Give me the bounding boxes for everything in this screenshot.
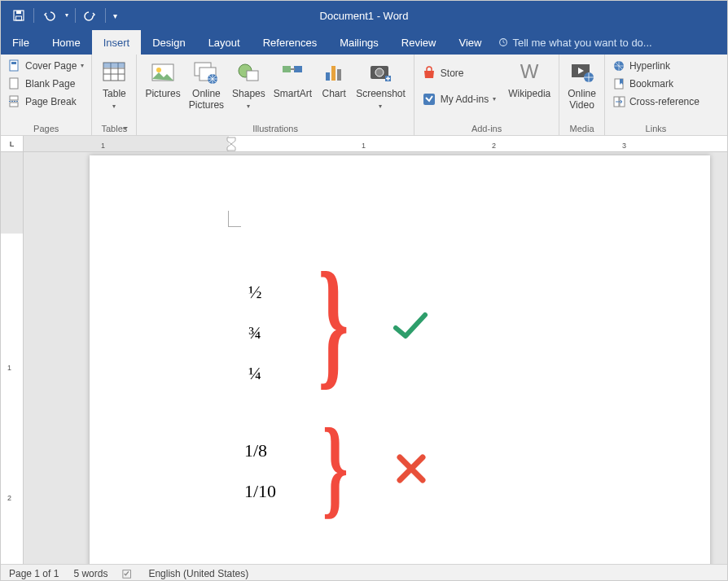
page-indicator[interactable]: Page 1 of 1 — [9, 568, 59, 579]
shapes-button[interactable]: Shapes▾ — [229, 58, 269, 111]
tab-view[interactable]: View — [447, 30, 493, 55]
svg-rect-4 — [10, 60, 18, 71]
undo-dropdown[interactable]: ▾ — [62, 4, 72, 27]
hyperlink-button[interactable]: Hyperlink — [610, 58, 702, 74]
svg-rect-1 — [16, 11, 21, 14]
svg-text:W: W — [520, 60, 539, 82]
ribbon-tabs: File Home Insert Design Layout Reference… — [1, 30, 727, 55]
group-label-links: Links — [610, 122, 702, 135]
group-links: Hyperlink Bookmark Cross-reference Links — [605, 55, 707, 135]
document-page[interactable]: ½ ¾ ¼ } 1/8 1/10 } — [90, 155, 710, 564]
svg-point-24 — [375, 68, 384, 76]
tab-layout[interactable]: Layout — [197, 30, 252, 55]
ribbon: Cover Page▾ Blank Page Page Break Pages … — [1, 55, 727, 136]
tab-design[interactable]: Design — [141, 30, 196, 55]
bookmark-button[interactable]: Bookmark — [610, 76, 702, 92]
online-pictures-button[interactable]: Online Pictures — [186, 58, 227, 111]
brace-icon: } — [322, 412, 349, 522]
tab-mailings[interactable]: Mailings — [328, 30, 390, 55]
screenshot-button[interactable]: Screenshot▾ — [353, 58, 409, 111]
group-illustrations: Pictures Online Pictures Shapes▾ SmartAr… — [137, 55, 414, 135]
store-button[interactable]: Store — [419, 64, 498, 82]
fraction-text[interactable]: ¼ — [248, 363, 262, 384]
fraction-text[interactable]: ½ — [248, 282, 262, 303]
word-count[interactable]: 5 words — [73, 568, 107, 579]
group-label-pages: Pages — [6, 122, 86, 135]
quick-access-toolbar: ▾ ▾ — [1, 4, 121, 27]
group-addins: Store My Add-ins ▾ WWikipedia Add-ins — [414, 55, 559, 135]
tab-references[interactable]: References — [252, 30, 328, 55]
group-label-media: Media — [564, 122, 599, 135]
chart-button[interactable]: Chart — [317, 58, 351, 100]
my-addins-button[interactable]: My Add-ins ▾ — [419, 90, 498, 108]
redo-button[interactable] — [79, 4, 102, 27]
status-bar: Page 1 of 1 5 words English (United Stat… — [1, 564, 727, 581]
svg-rect-8 — [10, 103, 18, 107]
group-label-tables: Tables — [97, 122, 131, 135]
group-label-addins: Add-ins — [419, 122, 554, 135]
svg-rect-10 — [103, 63, 125, 68]
tab-insert[interactable]: Insert — [92, 30, 142, 55]
fraction-text[interactable]: 1/8 — [244, 440, 267, 461]
group-tables: Table▾ Tables — [92, 55, 137, 135]
svg-rect-22 — [337, 69, 341, 81]
proofing-icon[interactable] — [122, 568, 134, 579]
tell-me-search[interactable]: Tell me what you want to do... — [493, 30, 651, 55]
pictures-button[interactable]: Pictures — [142, 58, 183, 100]
svg-rect-18 — [283, 66, 291, 72]
cover-page-button[interactable]: Cover Page▾ — [6, 58, 86, 74]
ruler-corner[interactable]: L — [1, 136, 24, 152]
window-title: Document1 - Word — [320, 10, 409, 22]
svg-rect-20 — [326, 72, 330, 81]
page-break-button[interactable]: Page Break — [6, 94, 86, 110]
blank-page-button[interactable]: Blank Page — [6, 76, 86, 92]
language-indicator[interactable]: English (United States) — [148, 568, 248, 579]
cross-reference-button[interactable]: Cross-reference — [610, 94, 702, 110]
tab-file[interactable]: File — [1, 30, 41, 55]
svg-rect-2 — [16, 16, 22, 20]
table-button[interactable]: Table▾ — [97, 58, 131, 111]
content-area: 1 2 ½ ¾ ¼ } 1/8 1/10 } — [1, 152, 727, 564]
svg-rect-19 — [294, 66, 302, 72]
fraction-text[interactable]: 1/10 — [244, 481, 276, 502]
group-label-illustrations: Illustrations — [142, 122, 408, 135]
svg-rect-5 — [11, 62, 16, 64]
online-video-button[interactable]: Online Video — [564, 58, 599, 111]
group-pages: Cover Page▾ Blank Page Page Break Pages — [1, 55, 92, 135]
svg-rect-21 — [331, 66, 335, 81]
qat-customize[interactable]: ▾ — [109, 4, 121, 27]
svg-rect-7 — [10, 96, 18, 100]
svg-rect-26 — [423, 94, 435, 105]
title-bar: ▾ ▾ Document1 - Word — [1, 1, 727, 30]
margin-indicator — [228, 211, 241, 227]
svg-rect-17 — [247, 71, 258, 81]
vertical-ruler[interactable]: 1 2 — [1, 152, 24, 564]
tab-review[interactable]: Review — [390, 30, 448, 55]
fraction-text[interactable]: ¾ — [248, 322, 262, 343]
undo-button[interactable] — [37, 4, 60, 27]
horizontal-ruler[interactable]: 1 1 2 3 — [24, 136, 727, 152]
brace-icon: } — [318, 251, 349, 394]
save-button[interactable] — [7, 4, 30, 27]
wikipedia-button[interactable]: WWikipedia — [505, 58, 554, 100]
document-scroll[interactable]: ½ ¾ ¼ } 1/8 1/10 } — [24, 152, 727, 564]
checkmark-icon — [391, 310, 430, 345]
cross-icon — [395, 452, 428, 487]
group-media: Online Video Media — [559, 55, 605, 135]
ruler-area: L 1 1 2 3 — [1, 136, 727, 152]
smartart-button[interactable]: SmartArt — [270, 58, 315, 100]
tab-home[interactable]: Home — [41, 30, 92, 55]
svg-rect-6 — [10, 78, 18, 89]
svg-point-12 — [156, 68, 161, 72]
